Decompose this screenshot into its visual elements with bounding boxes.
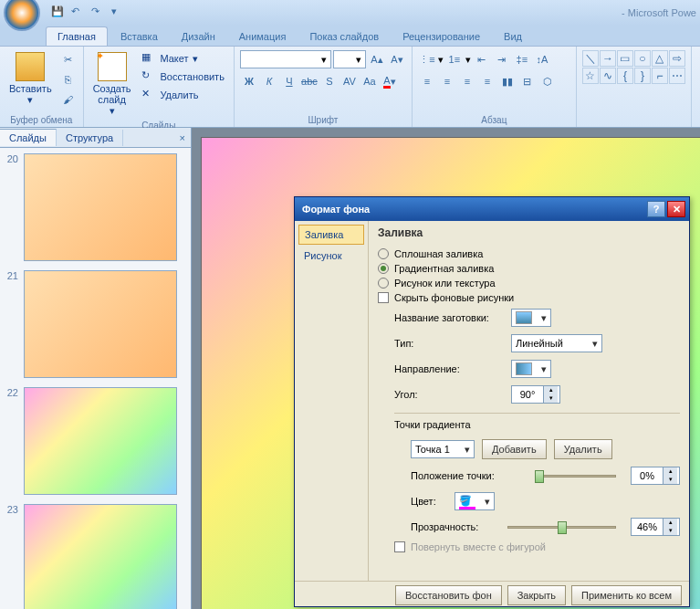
italic-button[interactable]: К <box>260 72 278 90</box>
undo-icon[interactable]: ↶ <box>71 5 86 20</box>
save-icon[interactable]: 💾 <box>51 5 66 20</box>
shape-brace2[interactable]: } <box>634 68 651 84</box>
transparency-slider[interactable] <box>507 518 616 536</box>
columns-icon[interactable]: ▮▮ <box>498 72 517 90</box>
position-spinner[interactable]: ▴▾ <box>631 467 680 485</box>
angle-input[interactable] <box>512 389 543 400</box>
shape-oval[interactable]: ○ <box>634 50 651 67</box>
redo-icon[interactable]: ↷ <box>91 5 106 20</box>
format-painter-icon[interactable]: 🖌 <box>59 90 78 109</box>
text-direction-icon[interactable]: ↕A <box>533 50 551 68</box>
strike-button[interactable]: abc <box>300 72 319 90</box>
radio-picture-fill[interactable]: Рисунок или текстура <box>378 276 680 290</box>
tab-review[interactable]: Рецензирование <box>392 27 491 46</box>
smartart-icon[interactable]: ⬡ <box>538 72 557 90</box>
checkbox-hide-bg[interactable]: Скрыть фоновые рисунки <box>378 290 680 305</box>
slide-thumbnail[interactable] <box>24 504 177 609</box>
chevron-down-icon[interactable]: ▾ <box>438 54 444 66</box>
tab-slideshow[interactable]: Показ слайдов <box>298 27 390 46</box>
thumbnail-row[interactable]: 22 <box>5 387 185 495</box>
shape-star[interactable]: ☆ <box>582 68 599 84</box>
decrease-indent-icon[interactable]: ⇤ <box>473 50 491 68</box>
type-combo[interactable]: Линейный▾ <box>511 334 602 352</box>
qat-dropdown-icon[interactable]: ▾ <box>111 5 126 20</box>
close-dialog-button[interactable]: Закрыть <box>507 585 566 605</box>
slider-thumb[interactable] <box>558 521 567 534</box>
thumbnails-list[interactable]: 20 21 22 23 <box>0 148 191 609</box>
shadow-button[interactable]: S <box>320 72 339 90</box>
spin-down-icon[interactable]: ▾ <box>663 476 677 484</box>
thumbnail-row[interactable]: 23 <box>5 504 185 609</box>
chevron-down-icon[interactable]: ▾ <box>465 54 471 66</box>
increase-indent-icon[interactable]: ⇥ <box>493 50 511 68</box>
spin-down-icon[interactable]: ▾ <box>663 527 677 535</box>
preset-combo[interactable]: ▾ <box>511 309 551 327</box>
font-color-button[interactable]: A▾ <box>381 72 399 90</box>
font-size-combo[interactable]: ▾ <box>333 50 366 68</box>
category-fill[interactable]: Заливка <box>298 225 364 245</box>
shape-more[interactable]: ⋯ <box>669 68 685 84</box>
tab-animations[interactable]: Анимация <box>228 27 298 46</box>
spin-up-icon[interactable]: ▴ <box>663 467 677 476</box>
delete-button[interactable]: ✕Удалить <box>138 87 227 103</box>
shape-curve[interactable]: ∿ <box>600 68 616 84</box>
direction-combo[interactable]: ▾ <box>511 360 551 378</box>
stop-combo[interactable]: Точка 1▾ <box>411 440 475 458</box>
tab-view[interactable]: Вид <box>493 27 533 46</box>
font-family-combo[interactable]: ▾ <box>240 50 331 68</box>
reset-bg-button[interactable]: Восстановить фон <box>395 585 502 605</box>
grow-font-icon[interactable]: A▴ <box>368 50 386 68</box>
align-text-icon[interactable]: ⊟ <box>518 72 537 90</box>
change-case-button[interactable]: Aa <box>360 72 379 90</box>
align-right-icon[interactable]: ≡ <box>458 72 476 90</box>
help-button[interactable]: ? <box>647 201 665 217</box>
shape-brace[interactable]: { <box>617 68 633 84</box>
close-pane-icon[interactable]: × <box>174 132 191 143</box>
spin-up-icon[interactable]: ▴ <box>543 386 558 394</box>
shape-rect[interactable]: ▭ <box>617 50 633 67</box>
radio-solid-fill[interactable]: Сплошная заливка <box>378 247 680 261</box>
layout-button[interactable]: ▦Макет▾ <box>138 50 227 67</box>
dialog-titlebar[interactable]: Формат фона ? ✕ <box>295 197 689 221</box>
category-picture[interactable]: Рисунок <box>298 247 364 265</box>
tab-insert[interactable]: Вставка <box>110 27 169 46</box>
shape-connector[interactable]: ⌐ <box>652 68 668 84</box>
angle-spinner[interactable]: ▴▾ <box>511 385 560 404</box>
bullets-icon[interactable]: ⋮≡ <box>418 50 436 68</box>
align-center-icon[interactable]: ≡ <box>438 72 456 90</box>
transparency-spinner[interactable]: ▴▾ <box>631 518 680 536</box>
new-slide-button[interactable]: ✦ Создать слайд ▾ <box>89 50 135 119</box>
radio-gradient-fill[interactable]: Градиентная заливка <box>378 261 680 276</box>
align-left-icon[interactable]: ≡ <box>418 72 436 90</box>
numbering-icon[interactable]: 1≡ <box>445 50 464 68</box>
close-button[interactable]: ✕ <box>667 201 685 217</box>
spin-up-icon[interactable]: ▴ <box>663 519 677 527</box>
cut-icon[interactable]: ✂ <box>59 50 78 68</box>
char-spacing-button[interactable]: AV <box>340 72 359 90</box>
justify-icon[interactable]: ≡ <box>478 72 496 90</box>
bold-button[interactable]: Ж <box>240 72 258 90</box>
apply-all-button[interactable]: Применить ко всем <box>571 585 682 605</box>
shape-line[interactable]: ＼ <box>582 50 599 67</box>
add-stop-button[interactable]: Добавить <box>482 439 547 459</box>
shrink-font-icon[interactable]: A▾ <box>388 50 406 68</box>
shape-arrow[interactable]: → <box>600 50 616 67</box>
tab-outline-pane[interactable]: Структура <box>57 130 123 146</box>
tab-home[interactable]: Главная <box>46 26 108 46</box>
line-spacing-icon[interactable]: ‡≡ <box>513 50 531 68</box>
spin-down-icon[interactable]: ▾ <box>543 394 558 403</box>
tab-design[interactable]: Дизайн <box>171 27 226 46</box>
remove-stop-button[interactable]: Удалить <box>554 439 612 459</box>
thumbnail-row[interactable]: 21 <box>5 270 185 378</box>
slide-thumbnail[interactable] <box>24 270 177 378</box>
copy-icon[interactable]: ⎘ <box>59 70 78 89</box>
slide-thumbnail[interactable] <box>24 153 177 261</box>
tab-slides-pane[interactable]: Слайды <box>0 129 57 146</box>
slider-thumb[interactable] <box>535 470 544 483</box>
shapes-gallery[interactable]: ＼ → ▭ ○ △ ⇨ ☆ ∿ { } ⌐ ⋯ <box>582 50 685 84</box>
position-input[interactable] <box>632 470 663 481</box>
thumbnail-row[interactable]: 20 <box>5 153 185 261</box>
paste-button[interactable]: Вставить ▾ <box>5 50 56 108</box>
transparency-input[interactable] <box>632 521 663 532</box>
color-combo[interactable]: 🪣▾ <box>454 492 495 510</box>
